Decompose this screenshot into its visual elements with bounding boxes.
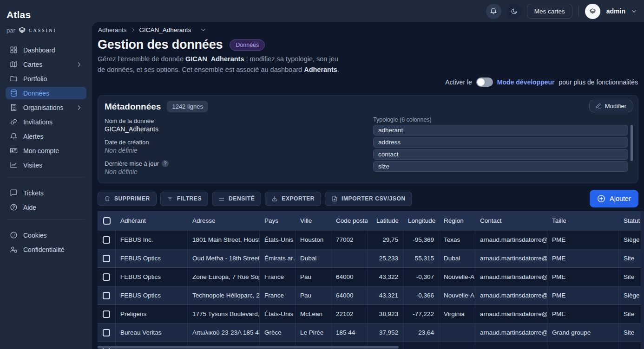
row-checkbox[interactable] [103, 236, 110, 244]
dark-mode-button[interactable] [506, 4, 522, 19]
table-cell[interactable]: 64000 [331, 286, 368, 304]
table-cell[interactable]: Dubai [439, 249, 475, 267]
table-cell[interactable]: arnaud.martinsdatorre@gi… [475, 268, 547, 286]
table-cell[interactable]: Technopole Hélioparc, 2 A… [188, 286, 260, 304]
table-cell[interactable]: Zone Europa, 7 Rue Sophi… [188, 268, 260, 286]
table-cell[interactable]: Site [619, 268, 644, 286]
table-cell[interactable]: 29,75 [368, 231, 403, 249]
table-cell[interactable]: -95,369 [403, 231, 439, 249]
column-header-latitude[interactable]: Latitude [368, 211, 403, 231]
table-cell[interactable] [439, 323, 475, 342]
table-cell[interactable]: 38,923 [368, 305, 403, 323]
table-cell[interactable]: PME [547, 268, 619, 286]
table-cell[interactable]: PME [547, 249, 619, 267]
avatar[interactable] [585, 4, 600, 19]
table-cell[interactable] [403, 342, 439, 349]
column-header-code-postal[interactable]: Code postal [331, 211, 368, 231]
typology-item-size[interactable]: size [373, 161, 628, 172]
sidebar-item-donnees[interactable]: Données [6, 87, 86, 99]
table-cell[interactable]: Bureau Veritas [116, 323, 188, 342]
sidebar-item-cookies[interactable]: Cookies [6, 229, 86, 241]
table-cell[interactable] [475, 342, 547, 349]
table-cell[interactable]: PME [547, 305, 619, 323]
sidebar-item-aide[interactable]: Aide [6, 201, 86, 213]
column-header-region[interactable]: Région [439, 211, 475, 231]
column-header-taille[interactable]: Taille [547, 211, 619, 231]
table-cell[interactable]: 22102 [331, 305, 368, 323]
help-icon[interactable]: ? [162, 160, 169, 167]
table-cell[interactable]: Nouvelle-A… [439, 286, 475, 304]
table-row[interactable]: FEBUS OpticsTechnopole Hélioparc, 2 A…Fr… [98, 286, 644, 305]
table-cell[interactable]: Siège [619, 286, 644, 304]
table-cell[interactable]: Grèce [260, 323, 296, 342]
row-checkbox[interactable] [103, 292, 110, 299]
densite-button[interactable]: DENSITÉ [212, 192, 261, 206]
importer-csv-json-button[interactable]: IMPORTER CSV/JSON [325, 192, 412, 206]
column-header-ville[interactable]: Ville [296, 211, 331, 231]
table-cell[interactable]: Le Pirée [296, 323, 331, 342]
table-cell[interactable] [331, 249, 368, 267]
column-header-adresse[interactable]: Adresse [188, 211, 260, 231]
table-cell[interactable]: 185 44 [331, 323, 368, 342]
typology-item-adherant[interactable]: adherant [373, 125, 628, 136]
table-cell[interactable]: 1801 Main Street, Houston… [188, 231, 260, 249]
breadcrumb-current[interactable]: GICAN_Adherants [139, 26, 191, 33]
column-header-adherant[interactable]: Adhérant [116, 211, 188, 231]
notifications-button[interactable] [486, 4, 501, 19]
table-cell[interactable]: 55,315 [403, 249, 439, 267]
table-cell[interactable]: arnaud.martinsdatorre@gi… [475, 323, 547, 342]
table-cell[interactable]: FEBUS Optics [116, 268, 188, 286]
table-cell[interactable]: Site [619, 305, 644, 323]
table-cell[interactable]: McLean [296, 305, 331, 323]
sidebar-item-tickets[interactable]: Tickets [6, 187, 86, 199]
table-cell[interactable] [619, 342, 644, 349]
select-all-checkbox[interactable] [103, 217, 111, 225]
table-row[interactable]: FEBUS OpticsOud Metha - 18th Street - …É… [98, 249, 644, 268]
table-cell[interactable]: 43,321 [368, 286, 403, 304]
table-cell[interactable]: 43,322 [368, 268, 403, 286]
table-row[interactable]: Bureau VeritasΑιτωλικού 23-23A 185 44 …G… [98, 323, 644, 342]
sidebar-item-cartes[interactable]: Cartes [6, 58, 86, 71]
table-cell[interactable]: 37,952 [368, 323, 403, 342]
table-cell[interactable]: Pau [296, 268, 331, 286]
chevron-down-icon[interactable] [631, 8, 637, 15]
table-cell[interactable] [439, 342, 475, 349]
table-cell[interactable]: FEBUS Optics [116, 249, 188, 267]
column-header-longitude[interactable]: Longitude [403, 211, 439, 231]
table-cell[interactable]: Houston [296, 231, 331, 249]
table-cell[interactable]: Émirats ar… [260, 249, 296, 267]
exporter-button[interactable]: EXPORTER [265, 192, 321, 206]
table-row[interactable]: Preligens1775 Tysons Boulevard, Ty…États… [98, 305, 644, 323]
sidebar-item-visites[interactable]: Visites [6, 159, 86, 171]
table-row[interactable]: FEBUS Inc.1801 Main Street, Houston…État… [98, 231, 644, 249]
breadcrumb-dropdown-icon[interactable] [200, 26, 207, 33]
table-cell[interactable]: FEBUS Optics [116, 286, 188, 304]
dev-mode-link[interactable]: Mode développeur [497, 78, 555, 86]
table-cell[interactable]: arnaud.martinsdatorre@gi… [475, 249, 547, 267]
sidebar-item-confidentialite[interactable]: Confidentialité [6, 243, 86, 256]
sidebar-item-dashboard[interactable]: Dashboard [6, 44, 86, 56]
typology-item-address[interactable]: address [373, 137, 628, 148]
filtres-button[interactable]: FILTRES [160, 192, 208, 206]
sidebar-item-organisations[interactable]: Organisations [6, 101, 86, 114]
table-cell[interactable]: Siège [619, 231, 644, 249]
table-cell[interactable]: 23,64 [403, 323, 439, 342]
table-cell[interactable] [547, 342, 619, 349]
sidebar-item-invitations[interactable]: Invitations [6, 116, 86, 128]
row-checkbox[interactable] [103, 329, 110, 336]
row-checkbox[interactable] [103, 255, 110, 262]
table-cell[interactable]: Site [619, 249, 644, 267]
table-cell[interactable]: Dubai [296, 249, 331, 267]
table-cell[interactable]: 25,233 [368, 249, 403, 267]
table-cell[interactable]: Virginia [439, 305, 475, 323]
table-cell[interactable]: PME [547, 231, 619, 249]
table-cell[interactable]: -0,307 [403, 268, 439, 286]
row-checkbox[interactable] [103, 310, 110, 318]
add-button[interactable]: Ajouter [590, 190, 638, 207]
vertical-scrollbar[interactable] [641, 211, 644, 349]
column-header-statut[interactable]: Statut [619, 211, 644, 231]
table-cell[interactable]: Pau [296, 286, 331, 304]
dev-mode-toggle[interactable] [476, 78, 493, 87]
table-cell[interactable]: FEBUS Inc. [116, 231, 188, 249]
table-cell[interactable]: France [260, 268, 296, 286]
